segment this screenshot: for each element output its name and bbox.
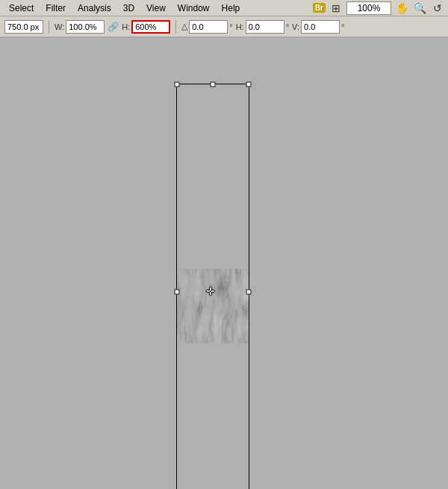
h2-field: H: ° xyxy=(236,20,289,34)
divider-1 xyxy=(49,20,49,34)
handle-top-right[interactable] xyxy=(246,82,252,87)
h-input[interactable] xyxy=(131,20,170,34)
handle-middle-left[interactable] xyxy=(175,290,180,295)
x-input[interactable] xyxy=(4,20,43,34)
v-unit: ° xyxy=(341,22,344,31)
transform-box xyxy=(176,84,249,489)
angle-label: △ xyxy=(181,22,187,31)
zoom-tool-icon[interactable]: 🔍 xyxy=(412,1,427,16)
menubar: Select Filter Analysis 3D View Window He… xyxy=(0,0,448,16)
x-field xyxy=(4,20,43,34)
menu-right-controls: Br ⊞ 100% ✋ 🔍 ↺ xyxy=(313,1,445,16)
crosshair-icon xyxy=(208,287,218,297)
grid-icon[interactable]: ⊞ xyxy=(329,1,343,16)
rotate-icon[interactable]: ↺ xyxy=(430,1,445,16)
menu-3d[interactable]: 3D xyxy=(117,1,140,15)
menu-help[interactable]: Help xyxy=(216,1,246,15)
angle-input[interactable] xyxy=(189,20,228,34)
h2-label: H: xyxy=(236,22,244,31)
handle-middle-right[interactable] xyxy=(246,290,252,295)
angle-unit: ° xyxy=(229,22,232,31)
hand-tool-icon[interactable]: ✋ xyxy=(394,1,409,16)
handle-top-left[interactable] xyxy=(175,82,180,87)
menu-filter[interactable]: Filter xyxy=(40,1,72,15)
menu-analysis[interactable]: Analysis xyxy=(72,1,117,15)
h2-input[interactable] xyxy=(246,20,284,34)
h-label: H: xyxy=(122,22,130,31)
h-field: H: xyxy=(122,20,170,34)
canvas-area[interactable] xyxy=(0,37,448,489)
v-input[interactable] xyxy=(301,20,340,34)
w-field: W: xyxy=(55,20,105,34)
menu-window[interactable]: Window xyxy=(172,1,216,15)
w-input[interactable] xyxy=(66,20,105,34)
chain-link-icon[interactable]: 🔗 xyxy=(108,22,119,32)
menu-view[interactable]: View xyxy=(140,1,172,15)
divider-2 xyxy=(175,20,176,34)
h2-unit: ° xyxy=(286,22,289,31)
angle-field: △ ° xyxy=(181,20,232,34)
w-label: W: xyxy=(55,22,64,31)
zoom-display[interactable]: 100% xyxy=(346,1,391,15)
optionsbar: W: 🔗 H: △ ° H: ° V: ° xyxy=(0,16,448,37)
menu-select[interactable]: Select xyxy=(3,1,40,15)
br-badge[interactable]: Br xyxy=(313,3,326,13)
v-label: V: xyxy=(292,22,299,31)
v-field: V: ° xyxy=(292,20,344,34)
handle-top-center[interactable] xyxy=(211,82,216,87)
